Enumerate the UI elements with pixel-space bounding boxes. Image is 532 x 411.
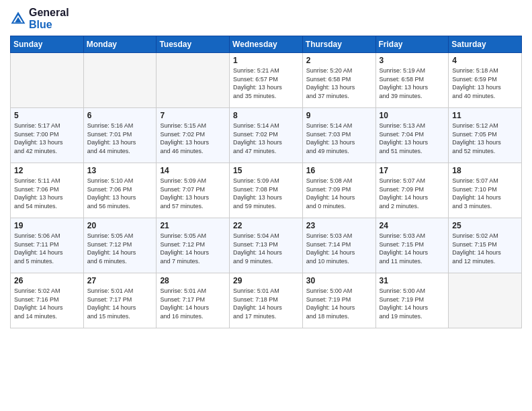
day-info: Sunrise: 5:03 AM Sunset: 7:14 PM Dayligh…	[306, 232, 372, 265]
day-number: 26	[14, 276, 80, 285]
calendar-day-cell: 5Sunrise: 5:17 AM Sunset: 7:00 PM Daylig…	[11, 108, 84, 163]
calendar-day-cell: 23Sunrise: 5:03 AM Sunset: 7:14 PM Dayli…	[302, 218, 375, 273]
day-info: Sunrise: 5:19 AM Sunset: 6:58 PM Dayligh…	[380, 66, 445, 100]
calendar-header-row: SundayMondayTuesdayWednesdayThursdayFrid…	[11, 36, 522, 53]
day-number: 30	[306, 276, 372, 285]
calendar-day-cell: 29Sunrise: 5:01 AM Sunset: 7:18 PM Dayli…	[230, 273, 303, 328]
calendar-day-cell	[449, 273, 522, 328]
day-info: Sunrise: 5:17 AM Sunset: 7:00 PM Dayligh…	[14, 122, 80, 155]
day-info: Sunrise: 5:08 AM Sunset: 7:09 PM Dayligh…	[306, 177, 372, 210]
logo: General Blue	[10, 7, 69, 30]
day-info: Sunrise: 5:01 AM Sunset: 7:18 PM Dayligh…	[233, 287, 299, 320]
day-number: 17	[380, 166, 445, 175]
logo-icon	[10, 11, 26, 27]
calendar-week-row: 19Sunrise: 5:06 AM Sunset: 7:11 PM Dayli…	[11, 218, 522, 273]
calendar-day-cell: 27Sunrise: 5:01 AM Sunset: 7:17 PM Dayli…	[83, 273, 157, 328]
calendar-day-cell: 1Sunrise: 5:21 AM Sunset: 6:57 PM Daylig…	[230, 53, 303, 108]
day-number: 15	[233, 166, 299, 175]
calendar-day-cell: 31Sunrise: 5:00 AM Sunset: 7:19 PM Dayli…	[375, 273, 449, 328]
day-number: 12	[14, 166, 80, 175]
day-number: 16	[306, 166, 372, 175]
day-info: Sunrise: 5:13 AM Sunset: 7:04 PM Dayligh…	[380, 122, 445, 155]
day-number: 1	[233, 56, 299, 65]
day-number: 18	[452, 166, 518, 175]
day-number: 23	[306, 221, 372, 230]
day-number: 28	[160, 276, 226, 285]
day-number: 20	[87, 221, 153, 230]
calendar-day-cell: 15Sunrise: 5:09 AM Sunset: 7:08 PM Dayli…	[230, 163, 303, 218]
day-number: 3	[380, 56, 445, 65]
day-number: 25	[452, 221, 518, 230]
calendar-week-row: 1Sunrise: 5:21 AM Sunset: 6:57 PM Daylig…	[11, 53, 522, 108]
day-info: Sunrise: 5:04 AM Sunset: 7:13 PM Dayligh…	[233, 232, 299, 265]
day-info: Sunrise: 5:21 AM Sunset: 6:57 PM Dayligh…	[233, 66, 299, 100]
day-number: 24	[380, 221, 445, 230]
calendar-day-cell: 17Sunrise: 5:07 AM Sunset: 7:09 PM Dayli…	[375, 163, 449, 218]
day-info: Sunrise: 5:05 AM Sunset: 7:12 PM Dayligh…	[160, 232, 226, 265]
day-number: 19	[14, 221, 80, 230]
day-info: Sunrise: 5:01 AM Sunset: 7:17 PM Dayligh…	[160, 287, 226, 320]
day-number: 6	[87, 111, 153, 120]
day-number: 9	[306, 111, 372, 120]
page-container: General Blue SundayMondayTuesdayWednesda…	[0, 0, 532, 411]
calendar-day-cell	[11, 53, 84, 108]
day-info: Sunrise: 5:14 AM Sunset: 7:03 PM Dayligh…	[306, 122, 372, 155]
calendar-day-cell: 22Sunrise: 5:04 AM Sunset: 7:13 PM Dayli…	[230, 218, 303, 273]
calendar-day-cell: 9Sunrise: 5:14 AM Sunset: 7:03 PM Daylig…	[302, 108, 375, 163]
day-info: Sunrise: 5:05 AM Sunset: 7:12 PM Dayligh…	[87, 232, 153, 265]
calendar-week-row: 5Sunrise: 5:17 AM Sunset: 7:00 PM Daylig…	[11, 108, 522, 163]
day-info: Sunrise: 5:00 AM Sunset: 7:19 PM Dayligh…	[380, 287, 445, 320]
calendar-week-row: 12Sunrise: 5:11 AM Sunset: 7:06 PM Dayli…	[11, 163, 522, 218]
weekday-header: Sunday	[11, 36, 84, 53]
weekday-header: Thursday	[302, 36, 375, 53]
weekday-header: Friday	[375, 36, 449, 53]
calendar-day-cell: 2Sunrise: 5:20 AM Sunset: 6:58 PM Daylig…	[302, 53, 375, 108]
day-number: 29	[233, 276, 299, 285]
day-number: 5	[14, 111, 80, 120]
day-info: Sunrise: 5:11 AM Sunset: 7:06 PM Dayligh…	[14, 177, 80, 210]
calendar-day-cell: 26Sunrise: 5:02 AM Sunset: 7:16 PM Dayli…	[11, 273, 84, 328]
weekday-header: Tuesday	[157, 36, 230, 53]
calendar-day-cell: 13Sunrise: 5:10 AM Sunset: 7:06 PM Dayli…	[83, 163, 157, 218]
day-info: Sunrise: 5:09 AM Sunset: 7:07 PM Dayligh…	[160, 177, 226, 210]
page-header: General Blue	[10, 7, 522, 30]
calendar-table: SundayMondayTuesdayWednesdayThursdayFrid…	[10, 36, 522, 328]
day-info: Sunrise: 5:16 AM Sunset: 7:01 PM Dayligh…	[87, 122, 153, 155]
day-number: 13	[87, 166, 153, 175]
calendar-day-cell: 21Sunrise: 5:05 AM Sunset: 7:12 PM Dayli…	[157, 218, 230, 273]
calendar-day-cell: 7Sunrise: 5:15 AM Sunset: 7:02 PM Daylig…	[157, 108, 230, 163]
day-info: Sunrise: 5:07 AM Sunset: 7:09 PM Dayligh…	[380, 177, 445, 210]
day-number: 21	[160, 221, 226, 230]
day-number: 8	[233, 111, 299, 120]
weekday-header: Monday	[83, 36, 157, 53]
day-info: Sunrise: 5:00 AM Sunset: 7:19 PM Dayligh…	[306, 287, 372, 320]
day-number: 10	[380, 111, 445, 120]
calendar-day-cell	[83, 53, 157, 108]
calendar-day-cell: 24Sunrise: 5:03 AM Sunset: 7:15 PM Dayli…	[375, 218, 449, 273]
day-number: 4	[452, 56, 518, 65]
logo-text: General Blue	[29, 7, 69, 30]
day-info: Sunrise: 5:14 AM Sunset: 7:02 PM Dayligh…	[233, 122, 299, 155]
calendar-day-cell: 11Sunrise: 5:12 AM Sunset: 7:05 PM Dayli…	[449, 108, 522, 163]
day-info: Sunrise: 5:02 AM Sunset: 7:15 PM Dayligh…	[452, 232, 518, 265]
calendar-day-cell: 19Sunrise: 5:06 AM Sunset: 7:11 PM Dayli…	[11, 218, 84, 273]
weekday-header: Wednesday	[230, 36, 303, 53]
day-number: 14	[160, 166, 226, 175]
day-info: Sunrise: 5:01 AM Sunset: 7:17 PM Dayligh…	[87, 287, 153, 320]
day-info: Sunrise: 5:18 AM Sunset: 6:59 PM Dayligh…	[452, 66, 518, 100]
day-info: Sunrise: 5:06 AM Sunset: 7:11 PM Dayligh…	[14, 232, 80, 265]
calendar-day-cell: 8Sunrise: 5:14 AM Sunset: 7:02 PM Daylig…	[230, 108, 303, 163]
calendar-day-cell: 10Sunrise: 5:13 AM Sunset: 7:04 PM Dayli…	[375, 108, 449, 163]
day-info: Sunrise: 5:15 AM Sunset: 7:02 PM Dayligh…	[160, 122, 226, 155]
day-number: 27	[87, 276, 153, 285]
day-info: Sunrise: 5:10 AM Sunset: 7:06 PM Dayligh…	[87, 177, 153, 210]
calendar-day-cell: 25Sunrise: 5:02 AM Sunset: 7:15 PM Dayli…	[449, 218, 522, 273]
day-info: Sunrise: 5:12 AM Sunset: 7:05 PM Dayligh…	[452, 122, 518, 155]
calendar-day-cell: 18Sunrise: 5:07 AM Sunset: 7:10 PM Dayli…	[449, 163, 522, 218]
calendar-day-cell	[157, 53, 230, 108]
calendar-day-cell: 4Sunrise: 5:18 AM Sunset: 6:59 PM Daylig…	[449, 53, 522, 108]
day-info: Sunrise: 5:07 AM Sunset: 7:10 PM Dayligh…	[452, 177, 518, 210]
calendar-day-cell: 16Sunrise: 5:08 AM Sunset: 7:09 PM Dayli…	[302, 163, 375, 218]
calendar-day-cell: 14Sunrise: 5:09 AM Sunset: 7:07 PM Dayli…	[157, 163, 230, 218]
calendar-day-cell: 3Sunrise: 5:19 AM Sunset: 6:58 PM Daylig…	[375, 53, 449, 108]
